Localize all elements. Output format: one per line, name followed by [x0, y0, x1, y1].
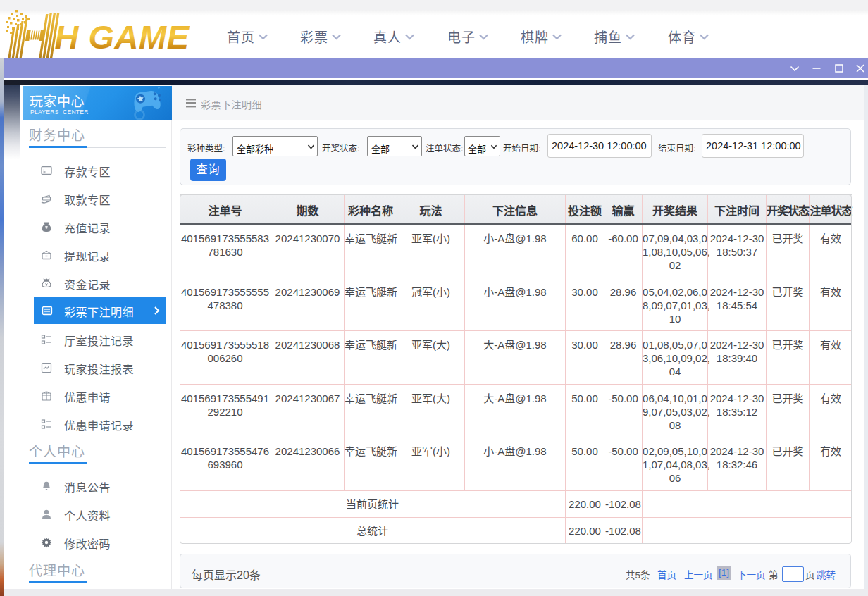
svg-text:H GAME: H GAME [55, 18, 190, 56]
